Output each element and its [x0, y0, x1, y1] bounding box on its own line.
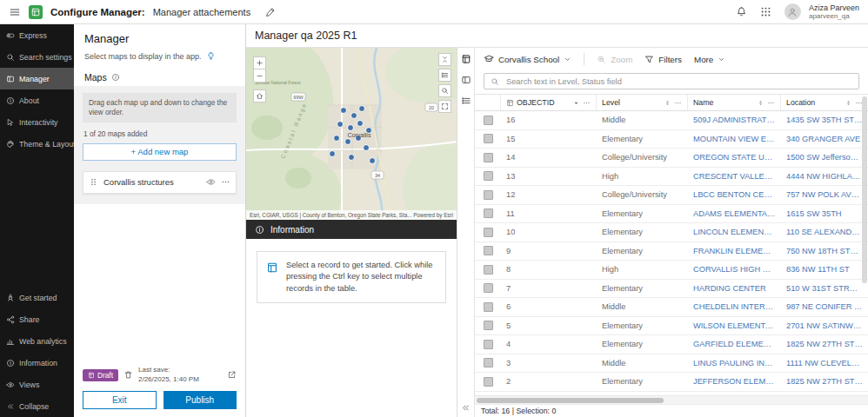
cell-location[interactable]: 510 W 31ST STREET	[781, 284, 868, 293]
cell-location[interactable]: 1500 SW Jefferson Way, C...	[781, 153, 868, 162]
cell-name[interactable]: MOUNTAIN VIEW ELEME...	[688, 135, 781, 143]
cell-name[interactable]: HARDING CENTER	[688, 284, 781, 293]
table-row[interactable]: 15 Elementary MOUNTAIN VIEW ELEME... 340…	[475, 130, 868, 149]
layer-selector-button[interactable]: Corvallis School	[484, 54, 571, 64]
ellipsis-icon[interactable]	[221, 177, 230, 187]
cell-location[interactable]: 4444 NW HIGHLAND DRIVE	[781, 172, 868, 181]
list-panel-icon[interactable]	[461, 96, 471, 106]
sidebar-item-share[interactable]: Share	[0, 308, 74, 330]
row-checkbox[interactable]	[484, 358, 493, 367]
row-checkbox[interactable]	[484, 265, 493, 275]
cell-location[interactable]: 1111 NW CLEVELAND AVE	[781, 359, 868, 367]
table-row[interactable]: 3 Middle LINUS PAULING INTERME... 1111 N…	[475, 354, 868, 374]
cell-name[interactable]: JEFFERSON ELEMENTAR...	[688, 377, 781, 386]
table-row[interactable]: 11 Elementary ADAMS ELEMENTARY SC... 161…	[475, 205, 868, 224]
cell-location[interactable]: 110 SE ALEXANDER AVE	[781, 228, 868, 236]
row-checkbox[interactable]	[484, 340, 493, 349]
add-new-map-button[interactable]: + Add new map	[83, 143, 237, 161]
cell-name[interactable]: WILSON ELEMENTARY SC...	[688, 321, 781, 330]
home-button[interactable]	[253, 89, 266, 103]
cell-name[interactable]: CORVALLIS HIGH SCHOOL	[688, 265, 781, 274]
cell-name[interactable]: GARFIELD ELEMENTARY S...	[688, 340, 781, 348]
cell-name[interactable]: 509J ADMINISTRATIVE O...	[688, 116, 781, 124]
launch-icon[interactable]	[227, 370, 237, 380]
cell-name[interactable]: CRESCENT VALLEY HIGH ...	[688, 172, 781, 181]
sort-icon[interactable]	[664, 99, 671, 107]
cell-name[interactable]: FRANKLIN ELEMENTARY ...	[688, 247, 781, 255]
cell-location[interactable]: 2701 NW SATINWOOD S...	[781, 321, 868, 330]
row-checkbox[interactable]	[484, 246, 493, 255]
filters-button[interactable]: Filters	[644, 55, 682, 64]
cell-name[interactable]: CHELDELIN INTERMEDIA...	[688, 302, 781, 311]
table-row[interactable]: 7 Elementary HARDING CENTER 510 W 31ST S…	[475, 280, 868, 299]
info-icon[interactable]	[111, 73, 120, 82]
cell-name[interactable]: LINUS PAULING INTERME...	[688, 359, 781, 367]
user-avatar[interactable]	[785, 3, 801, 20]
more-button[interactable]: More	[694, 55, 725, 64]
row-checkbox[interactable]	[484, 190, 493, 200]
row-checkbox[interactable]	[484, 321, 493, 330]
user-info[interactable]: Aziza Parveen aparveen_qa	[809, 3, 859, 21]
column-menu-icon[interactable]	[767, 99, 775, 107]
column-header-name[interactable]: Name	[688, 95, 781, 110]
sidebar-item-views[interactable]: Views	[0, 374, 74, 395]
sidebar-item-get-started[interactable]: Get started	[0, 287, 74, 308]
cell-location[interactable]: 1615 SW 35TH	[781, 209, 868, 218]
row-checkbox[interactable]	[484, 283, 493, 293]
collapse-panel-button[interactable]	[438, 53, 451, 66]
table-row[interactable]: 13 High CRESCENT VALLEY HIGH ... 4444 NW…	[475, 168, 868, 187]
layout-panel-icon[interactable]	[461, 75, 471, 85]
row-checkbox[interactable]	[484, 228, 493, 237]
information-panel-header[interactable]: Information	[246, 220, 457, 239]
sidebar-item-interactivity[interactable]: Interactivity	[0, 111, 74, 133]
row-checkbox[interactable]	[484, 208, 493, 218]
notifications-bell-icon[interactable]	[736, 6, 747, 17]
table-row[interactable]: 2 Elementary JEFFERSON ELEMENTAR... 1825…	[475, 373, 868, 392]
sort-icon[interactable]	[845, 99, 852, 107]
cell-name[interactable]: LINCOLN ELEMENTARY S...	[688, 228, 781, 236]
row-checkbox[interactable]	[484, 171, 493, 181]
row-checkbox[interactable]	[484, 153, 493, 162]
app-launcher-grid-icon[interactable]	[760, 6, 771, 17]
cell-location[interactable]: 836 NW 11TH ST	[781, 265, 868, 274]
table-row[interactable]: 8 High CORVALLIS HIGH SCHOOL 836 NW 11TH…	[475, 261, 868, 280]
column-header-location[interactable]: Location	[781, 95, 868, 110]
table-row[interactable]: 12 College/University LBCC BENTON CENTER…	[475, 186, 868, 205]
sort-icon[interactable]	[757, 99, 765, 107]
cell-location[interactable]: 757 NW POLK AVENUE	[781, 190, 868, 199]
sidebar-item-about[interactable]: About	[0, 89, 74, 111]
cell-location[interactable]: 987 NE CONIFER BLVD	[781, 302, 868, 311]
column-menu-icon[interactable]	[674, 99, 682, 107]
cell-location[interactable]: 340 GRANGER AVE	[781, 135, 868, 143]
sidebar-item-web-analytics[interactable]: Web analytics	[0, 330, 74, 352]
sidebar-item-theme-layout[interactable]: Theme & Layout	[0, 133, 74, 155]
sidebar-item-express[interactable]: Express	[0, 24, 74, 46]
table-row[interactable]: 5 Elementary WILSON ELEMENTARY SC... 270…	[475, 317, 868, 336]
trash-icon[interactable]	[124, 370, 133, 380]
cell-location[interactable]: 750 NW 18TH STREET	[781, 247, 868, 255]
sidebar-item-information[interactable]: Information	[0, 352, 74, 374]
zoom-out-button[interactable]	[253, 70, 266, 83]
map-view[interactable]: 99W 34 20 Corvallis Coastal Range Siusla…	[246, 48, 457, 220]
sidebar-item-search-settings[interactable]: Search settings	[0, 46, 74, 68]
horizontal-scrollbar-thumb[interactable]	[477, 398, 664, 403]
map-search-button[interactable]	[438, 84, 451, 97]
table-panel-icon[interactable]	[461, 54, 471, 64]
legend-list-button[interactable]	[438, 69, 451, 82]
fullscreen-button[interactable]	[438, 100, 451, 113]
eye-icon[interactable]	[206, 177, 216, 187]
exit-button[interactable]: Exit	[83, 391, 157, 409]
table-search-box[interactable]	[484, 73, 859, 89]
cell-name[interactable]: LBCC BENTON CENTER	[688, 190, 781, 199]
cell-name[interactable]: OREGON STATE UNIVERS...	[688, 153, 781, 162]
collapse-table-panel-icon[interactable]	[461, 403, 471, 413]
cell-location[interactable]: 1435 SW 35TH STREET	[781, 116, 868, 124]
column-header-objectid[interactable]: OBJECTID	[501, 95, 597, 110]
zoom-in-button[interactable]	[253, 56, 266, 70]
table-vertical-scrollbar[interactable]	[862, 96, 867, 283]
drag-handle-icon[interactable]	[89, 177, 98, 187]
table-row[interactable]: 9 Elementary FRANKLIN ELEMENTARY ... 750…	[475, 242, 868, 261]
table-row[interactable]: 14 College/University OREGON STATE UNIVE…	[475, 149, 868, 168]
row-checkbox[interactable]	[484, 116, 493, 125]
table-row[interactable]: 4 Elementary GARFIELD ELEMENTARY S... 18…	[475, 335, 868, 354]
